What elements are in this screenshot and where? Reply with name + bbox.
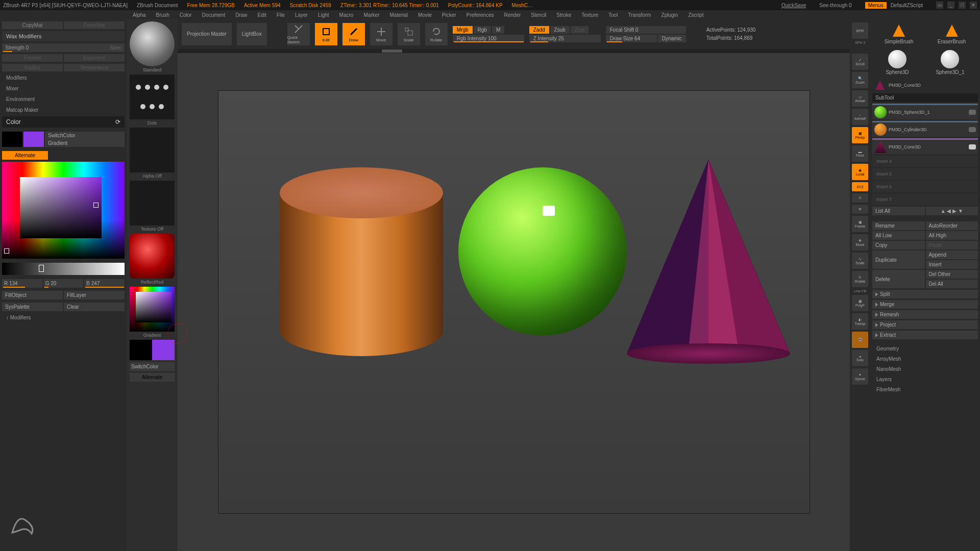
g-slider[interactable]: G 20 [43,279,84,288]
subtool-empty-4[interactable]: Insert 4 [872,156,978,167]
zadd-button[interactable]: Zadd [529,26,549,34]
extract-section[interactable]: Extract [872,331,978,339]
draw-button[interactable]: Draw [342,23,365,45]
layers-section[interactable]: Layers [872,375,978,384]
listall-button[interactable]: List All [872,207,925,215]
current-tool[interactable]: PM3D_Cone3D [872,79,978,92]
rotate-button[interactable]: Rotate [425,23,448,45]
menu-picker[interactable]: Picker [442,12,456,18]
switchcolor-button[interactable]: SwitchColor [45,132,125,139]
fit-button[interactable]: ⊕ [852,205,868,214]
solo-button[interactable]: ●Solo [852,350,868,366]
menu-render[interactable]: Render [504,12,521,18]
pastemat-button[interactable]: PasteMat [64,21,125,29]
temperature-slider[interactable]: Temperature [64,64,125,71]
actual-button[interactable]: ▭Actual [852,90,868,107]
menu-stencil[interactable]: Stencil [531,12,546,18]
subtool-empty-6[interactable]: Insert 6 [872,181,978,192]
menu-alpha[interactable]: Alpha [133,12,146,18]
material-preview[interactable] [130,234,175,279]
refresh-icon[interactable]: ⟳ [115,118,120,126]
geometry-section[interactable]: Geometry [872,344,978,353]
gradient-button[interactable]: Gradient [45,139,125,147]
split-section[interactable]: Split [872,290,978,298]
merge-section[interactable]: Merge [872,300,978,309]
zsub-button[interactable]: Zsub [550,26,570,34]
menus-button[interactable]: Menus [865,2,887,9]
eye-icon[interactable] [969,110,976,115]
switchcolor-button-2[interactable]: SwitchColor [130,362,175,371]
polyf-button[interactable]: ▦PolyF [852,295,868,311]
menu-texture[interactable]: Texture [581,12,598,18]
copymat-button[interactable]: CopyMat [2,21,63,29]
subtool-row-cylinder[interactable]: PM3D_Cylinder3D [872,121,978,137]
nav-move-button[interactable]: ✥Move [852,234,868,251]
simplebrush-tool[interactable]: SimpleBrush [885,23,914,44]
eye-icon[interactable] [969,144,976,149]
project-section[interactable]: Project [872,320,978,329]
delete-button[interactable]: Delete [872,270,925,288]
paste-button[interactable]: Paste [926,241,978,249]
viewport[interactable] [218,90,810,514]
mini-swatches[interactable] [130,340,175,360]
radius-slider[interactable]: Radius [2,64,63,71]
menu-material[interactable]: Material [390,12,408,18]
mini-color-picker[interactable] [130,287,175,332]
transp-button[interactable]: ◐Transp [852,313,868,330]
menu-layer[interactable]: Layer [295,12,308,18]
tab-bar[interactable] [178,49,850,53]
persp-button[interactable]: ▦Persp [852,127,868,143]
arrows-button[interactable]: ▲ ◀ ▶ ▼ [926,207,978,215]
texture-preview[interactable] [130,181,175,226]
bpr-button[interactable]: BPR [852,22,868,39]
subtool-header[interactable]: SubTool [872,93,978,102]
spix-label[interactable]: SPix 3 [855,41,865,44]
floor-button[interactable]: ▬Floor [852,145,868,162]
modifiers2-section[interactable]: ↕ Modifiers [2,313,125,322]
focal-shift-slider[interactable]: Focal Shift 0 [606,26,686,34]
fresnel-slider[interactable]: Fresnel [2,54,63,62]
menu-marker[interactable]: Marker [363,12,379,18]
quicksave-button[interactable]: QuickSave [781,3,806,8]
matcap-maker-section[interactable]: Matcap Maker [2,106,125,114]
menu-stroke[interactable]: Stroke [556,12,571,18]
frame-button[interactable]: ▣Frame [852,216,868,232]
menu-edit[interactable]: Edit [258,12,266,18]
rgb-intensity-slider[interactable]: Rgb Intensity 100 [453,35,524,42]
scroll-button[interactable]: ⤢Scroll [852,54,868,70]
subtool-empty-7[interactable]: Insert 7 [872,194,978,205]
rgb-button[interactable]: Rgb [474,26,491,34]
cone-mesh[interactable] [627,160,790,364]
menu-color[interactable]: Color [180,12,192,18]
seethrough-slider[interactable]: See-through 0 [819,3,851,8]
alpha-preview[interactable] [130,128,175,172]
color-picker[interactable] [2,162,125,259]
xyz-button[interactable]: XYZ [852,182,868,191]
menu-movie[interactable]: Movie [418,12,432,18]
lightbox-button[interactable]: LightBox [237,23,267,45]
remesh-section[interactable]: Remesh [872,310,978,319]
nanomesh-section[interactable]: NanoMesh [872,365,978,373]
xpose-button[interactable]: ✦Xpose [852,368,868,385]
menu-tool[interactable]: Tool [608,12,618,18]
z-intensity-slider[interactable]: Z Intensity 25 [529,35,601,42]
allhigh-button[interactable]: All High [926,231,978,240]
sphere-mesh[interactable] [458,167,627,336]
center-button[interactable]: ⊙ [852,193,868,203]
stroke-preview[interactable] [130,74,175,119]
menu-zscript[interactable]: Zscript [688,12,703,18]
window-restore-icon[interactable]: ▭ [936,2,943,9]
quicksketch-button[interactable]: Quick Sketch [287,23,310,45]
copy-button[interactable]: Copy [872,241,925,249]
hue-cursor[interactable] [4,248,9,254]
menu-brush[interactable]: Brush [156,12,169,18]
fillobject-button[interactable]: FillObject [2,291,63,299]
aahalf-button[interactable]: ▫AAHalf [852,109,868,125]
rename-button[interactable]: Rename [872,221,925,230]
ghost-button[interactable]: 👻 [852,332,868,348]
menu-macro[interactable]: Macro [339,12,354,18]
projection-master-button[interactable]: Projection Master [182,23,232,45]
menu-light[interactable]: Light [318,12,329,18]
delother-button[interactable]: Del Other [926,270,978,279]
b-slider[interactable]: B 247 [84,279,125,288]
